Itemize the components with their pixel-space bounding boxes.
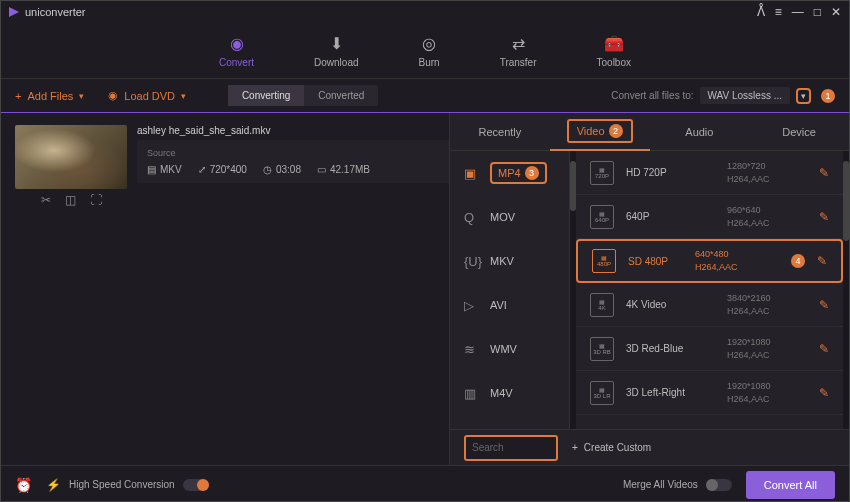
output-format-selector[interactable]: WAV Lossless ... bbox=[700, 87, 790, 104]
resolution-icon: ▦3D LR bbox=[590, 381, 614, 405]
resolution-item-720p[interactable]: ▦720P HD 720P 1280*720H264,AAC ✎ bbox=[576, 151, 843, 195]
format-item-wmv[interactable]: ≋WMV bbox=[450, 327, 569, 371]
tab-device[interactable]: Device bbox=[749, 113, 849, 151]
resolution-name: SD 480P bbox=[628, 256, 683, 267]
menu-icon[interactable]: ≡ bbox=[775, 5, 782, 19]
tab-converted[interactable]: Converted bbox=[304, 85, 378, 106]
format-item-m4v[interactable]: ▥M4V bbox=[450, 371, 569, 415]
app-logo-icon bbox=[9, 7, 19, 17]
merge-all-toggle[interactable]: Merge All Videos bbox=[623, 479, 732, 491]
tab-audio[interactable]: Audio bbox=[650, 113, 750, 151]
nav-toolbox[interactable]: 🧰 Toolbox bbox=[597, 33, 631, 68]
resolution-item-480p[interactable]: ▦480P SD 480P 640*480H264,AAC 4 ✎ bbox=[576, 239, 843, 283]
format-item-mkv[interactable]: {U}MKV bbox=[450, 239, 569, 283]
chevron-down-icon[interactable]: ▾ bbox=[801, 91, 806, 101]
format-item-mov[interactable]: QMOV bbox=[450, 195, 569, 239]
minimize-button[interactable]: — bbox=[792, 5, 804, 19]
resolution-name: 3D Left-Right bbox=[626, 387, 715, 398]
toggle-switch[interactable] bbox=[183, 479, 209, 491]
resolution-name: 3D Red-Blue bbox=[626, 343, 715, 354]
resolution-meta: 960*640H264,AAC bbox=[727, 204, 807, 229]
format-icon: Q bbox=[464, 210, 480, 225]
effect-icon[interactable]: ⛶ bbox=[90, 193, 102, 207]
tab-video[interactable]: Video 2 bbox=[550, 113, 650, 151]
nav-download[interactable]: ⬇ Download bbox=[314, 33, 358, 68]
format-item-avi[interactable]: ▷AVI bbox=[450, 283, 569, 327]
tab-converting[interactable]: Converting bbox=[228, 85, 304, 106]
resolution-meta: 1920*1080H264,AAC bbox=[727, 380, 807, 405]
format-dropdown-panel: Recently Video 2 Audio Device ▣ MP4 3 bbox=[449, 113, 849, 465]
format-label: AVI bbox=[490, 299, 507, 311]
nav-label: Toolbox bbox=[597, 57, 631, 68]
format-label: M4V bbox=[490, 387, 513, 399]
resolution-item-4k[interactable]: ▦4K 4K Video 3840*2160H264,AAC ✎ bbox=[576, 283, 843, 327]
tab-video-label: Video bbox=[577, 125, 605, 137]
trim-icon[interactable]: ✂ bbox=[41, 193, 51, 207]
edit-icon[interactable]: ✎ bbox=[819, 166, 829, 180]
main-nav: ◉ Convert ⬇ Download ◎ Burn ⇄ Transfer 🧰… bbox=[1, 23, 849, 79]
convert-icon: ◉ bbox=[227, 33, 247, 53]
format-icon: ≋ bbox=[464, 342, 480, 357]
video-thumbnail[interactable] bbox=[15, 125, 127, 189]
format-label: MOV bbox=[490, 211, 515, 223]
format-item-xvid[interactable]: ✖XVID bbox=[450, 415, 569, 429]
resize-icon: ⤢ bbox=[198, 164, 206, 175]
edit-icon[interactable]: ✎ bbox=[819, 386, 829, 400]
nav-transfer[interactable]: ⇄ Transfer bbox=[500, 33, 537, 68]
disc-icon: ◉ bbox=[108, 89, 118, 102]
burn-icon: ◎ bbox=[419, 33, 439, 53]
load-dvd-button[interactable]: ◉ Load DVD ▾ bbox=[108, 89, 186, 102]
transfer-icon: ⇄ bbox=[508, 33, 528, 53]
edit-icon[interactable]: ✎ bbox=[819, 342, 829, 356]
app-name: uniconverter bbox=[25, 6, 86, 18]
nav-label: Burn bbox=[419, 57, 440, 68]
plus-icon: + bbox=[572, 442, 578, 453]
add-files-button[interactable]: + Add Files ▾ bbox=[15, 90, 84, 102]
convert-all-button[interactable]: Convert All bbox=[746, 471, 835, 499]
resolution-item-3drb[interactable]: ▦3D RB 3D Red-Blue 1920*1080H264,AAC ✎ bbox=[576, 327, 843, 371]
chevron-down-icon: ▾ bbox=[79, 91, 84, 101]
size-meta: ▭42.17MB bbox=[317, 164, 370, 175]
edit-icon[interactable]: ✎ bbox=[819, 210, 829, 224]
resolution-icon: ▦3D RB bbox=[590, 337, 614, 361]
toggle-switch[interactable] bbox=[706, 479, 732, 491]
format-value: WAV Lossless ... bbox=[708, 90, 782, 101]
load-dvd-label: Load DVD bbox=[124, 90, 175, 102]
create-custom-button[interactable]: + Create Custom bbox=[572, 442, 651, 453]
maximize-button[interactable]: □ bbox=[814, 5, 821, 19]
resolution-item-640p[interactable]: ▦640P 640P 960*640H264,AAC ✎ bbox=[576, 195, 843, 239]
search-input[interactable]: Search bbox=[466, 437, 556, 459]
resolution-meta: 640*480H264,AAC bbox=[695, 248, 775, 273]
nav-burn[interactable]: ◎ Burn bbox=[419, 33, 440, 68]
convert-all-to: Convert all files to: WAV Lossless ... ▾… bbox=[611, 87, 835, 104]
format-label: WMV bbox=[490, 343, 517, 355]
edit-icon[interactable]: ✎ bbox=[819, 298, 829, 312]
merge-label: Merge All Videos bbox=[623, 479, 698, 490]
format-label: MKV bbox=[490, 255, 514, 267]
resolution-icon: ▦480P bbox=[592, 249, 616, 273]
alarm-icon[interactable]: ⏰ bbox=[15, 477, 32, 493]
toolbar: + Add Files ▾ ◉ Load DVD ▾ Converting Co… bbox=[1, 79, 849, 113]
format-label: MP4 bbox=[498, 167, 521, 179]
annotation-badge-4: 4 bbox=[791, 254, 805, 268]
format-icon: ▣ bbox=[464, 166, 480, 181]
resolution-meta: 1920*1080H264,AAC bbox=[727, 336, 807, 361]
chevron-down-icon: ▾ bbox=[181, 91, 186, 101]
title-bar: uniconverter ᐰ ≡ — □ ✕ bbox=[1, 1, 849, 23]
resolution-item-3dlr[interactable]: ▦3D LR 3D Left-Right 1920*1080H264,AAC ✎ bbox=[576, 371, 843, 415]
tab-recently[interactable]: Recently bbox=[450, 113, 550, 151]
resolution-scrollbar[interactable] bbox=[843, 151, 849, 429]
duration-meta: ◷03:08 bbox=[263, 164, 301, 175]
user-icon[interactable]: ᐰ bbox=[757, 5, 765, 19]
high-speed-toggle[interactable]: ⚡ High Speed Conversion bbox=[46, 478, 209, 492]
format-item-mp4[interactable]: ▣ MP4 3 bbox=[450, 151, 569, 195]
create-custom-label: Create Custom bbox=[584, 442, 651, 453]
crop-icon[interactable]: ◫ bbox=[65, 193, 76, 207]
resolution-name: 640P bbox=[626, 211, 715, 222]
close-button[interactable]: ✕ bbox=[831, 5, 841, 19]
nav-convert[interactable]: ◉ Convert bbox=[219, 33, 254, 68]
format-category-tabs: Recently Video 2 Audio Device bbox=[450, 113, 849, 151]
nav-label: Transfer bbox=[500, 57, 537, 68]
edit-icon[interactable]: ✎ bbox=[817, 254, 827, 268]
resolution-icon: ▦720P bbox=[590, 161, 614, 185]
